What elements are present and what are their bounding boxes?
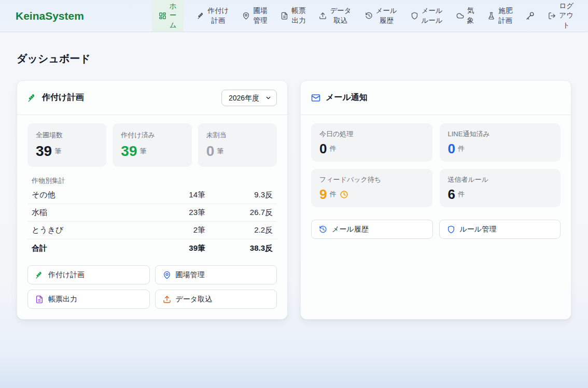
report-output-button[interactable]: 帳票出力 [27,290,150,309]
year-select-wrap: 2026年度 [221,90,277,106]
planting-card-header: 作付け計画 2026年度 [17,81,287,115]
shield-icon [447,225,455,234]
file-text-icon [35,295,44,304]
key-icon [526,11,535,20]
rule-management-button[interactable]: ルール管理 [439,220,561,239]
nav-item-mail-history[interactable]: メール 履歴 [365,0,397,32]
wheat-icon [197,12,205,20]
wheat-icon [35,271,44,279]
table-row-total: 合計 39筆 38.3反 [27,239,277,257]
dashboard-cards: 作付け計画 2026年度 全圃場数 39 筆 [17,80,571,320]
history-icon [365,12,373,20]
planting-card-title: 作付け計画 [42,92,83,103]
main-content: ダッシュボード 作付け計画 2026年度 全圃場数 [0,32,588,320]
table-row: その他 14筆 9.3反 [27,186,277,204]
planting-card-body: 全圃場数 39 筆 作付け済み 39 筆 未割当 [17,115,287,319]
stat-sender-rules: 送信者ルール 6 件 [440,169,561,207]
planting-plan-card: 作付け計画 2026年度 全圃場数 39 筆 [17,80,288,320]
stat-planted-value: 39 [121,144,137,159]
mail-notification-card: メール通知 今日の処理 0 件 LINE通知済み 0 [300,80,571,320]
data-import-button[interactable]: データ取込 [155,290,277,309]
planting-stats: 全圃場数 39 筆 作付け済み 39 筆 未割当 [27,123,277,167]
wheat-icon [27,93,37,103]
nav-item-logout[interactable]: ログ アウ ト [548,0,573,32]
stat-unassigned: 未割当 0 筆 [198,123,277,167]
stat-feedback-waiting-value: 9 [319,188,327,201]
mail-quick-links: メール履歴 ルール管理 [311,220,561,239]
nav-item-weather[interactable]: 気 象 [456,0,474,32]
page-title: ダッシュボード [17,52,571,66]
file-text-icon [281,12,288,20]
planting-quick-links: 作付け計画 圃場管理 帳票出力 データ取込 [27,265,277,309]
table-row: 水稲 23筆 26.7反 [27,204,277,222]
nav-item-report-output[interactable]: 帳票 出力 [281,0,305,32]
brand-logo[interactable]: KeinaSystem [16,10,84,22]
nav-item-fertilization-plan[interactable]: 施肥 計画 [487,0,512,32]
history-icon [319,225,327,234]
nav-item-field-management[interactable]: 圃場 管理 [242,0,267,32]
clock-icon [340,190,348,199]
nav-item-data-import[interactable]: データ 取込 [319,0,351,32]
stat-planted: 作付け済み 39 筆 [113,123,191,167]
stat-unassigned-value: 0 [206,144,215,159]
stat-today-processed-value: 0 [319,142,327,155]
year-select[interactable]: 2026年度 [221,90,277,106]
dashboard-icon [159,12,166,20]
field-management-button[interactable]: 圃場管理 [155,265,277,284]
stat-sender-rules-value: 6 [448,188,455,201]
mail-stats: 今日の処理 0 件 LINE通知済み 0 件 フ [311,123,561,207]
cloud-icon [456,12,464,20]
stat-line-notified: LINE通知済み 0 件 [440,123,561,162]
stat-feedback-waiting: フィードバック待ち 9 件 [311,169,432,207]
mail-icon [311,93,320,103]
crop-summary-table: その他 14筆 9.3反 水稲 23筆 26.7反 とうきび 2筆 2.2反 [27,186,277,257]
nav-item-mail-rules[interactable]: メール ルール [411,0,443,32]
logout-icon [548,12,556,20]
mail-card-body: 今日の処理 0 件 LINE通知済み 0 件 フ [301,115,571,319]
mail-card-header: メール通知 [301,81,571,115]
flask-icon [487,12,495,20]
mail-card-title: メール通知 [326,92,368,103]
upload-icon [319,12,327,20]
planting-plan-button[interactable]: 作付け計画 [27,265,150,284]
nav-item-home[interactable]: ホ ー ム [152,0,184,32]
top-navbar: KeinaSystem ホ ー ム 作付け 計画 圃場 管理 帳票 出力 データ… [0,0,588,32]
nav-item-api-key[interactable] [526,0,535,32]
stat-line-notified-value: 0 [448,142,455,155]
nav-item-planting-plan[interactable]: 作付け 計画 [197,0,229,32]
stat-today-processed: 今日の処理 0 件 [311,123,432,162]
map-pin-icon [163,271,171,279]
main-nav: ホ ー ム 作付け 計画 圃場 管理 帳票 出力 データ 取込 メール 履歴 メ… [152,0,588,32]
crop-summary-label: 作物別集計 [32,176,273,185]
shield-icon [411,12,418,20]
stat-total-fields: 全圃場数 39 筆 [27,123,106,167]
upload-icon [163,295,171,304]
stat-total-fields-value: 39 [36,144,52,159]
mail-history-button[interactable]: メール履歴 [311,220,433,239]
table-row: とうきび 2筆 2.2反 [27,222,277,239]
map-pin-icon [242,12,250,20]
